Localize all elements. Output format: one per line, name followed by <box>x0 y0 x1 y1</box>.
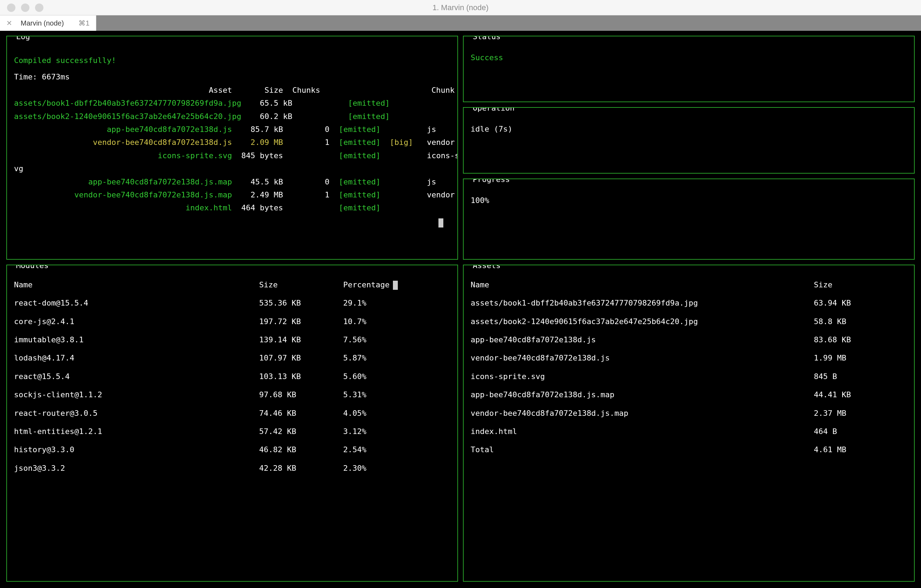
module-pct: 5.60% <box>343 367 450 386</box>
module-size: 57.42 KB <box>259 422 343 441</box>
module-name: lodash@4.17.4 <box>14 349 259 367</box>
status-panel: Status Success <box>463 36 915 102</box>
log-panel-title: Log <box>14 36 32 43</box>
assets-panel: Assets NameSizeassets/book1-dbff2b40ab3f… <box>463 265 915 582</box>
modules-panel: Modules NameSizePercentagereact-dom@15.5… <box>6 265 458 582</box>
cursor-icon <box>438 218 443 227</box>
module-pct: 2.30% <box>343 459 450 478</box>
asset-name: assets/book1-dbff2b40ab3fe63724777079826… <box>471 294 814 312</box>
tab-shortcut: ⌘1 <box>78 19 89 27</box>
cursor-icon <box>393 281 398 290</box>
module-pct: 29.1% <box>343 294 450 312</box>
module-size: 139.14 KB <box>259 331 343 349</box>
asset-name: app-bee740cd8fa7072e138d.js.map <box>471 386 814 404</box>
module-size: 535.36 KB <box>259 294 343 312</box>
module-size: 74.46 KB <box>259 404 343 422</box>
asset-size: 464 B <box>814 422 907 441</box>
asset-name: vendor-bee740cd8fa7072e138d.js.map <box>471 404 814 422</box>
module-size: 97.68 KB <box>259 386 343 404</box>
operation-panel-title: Operation <box>471 107 516 114</box>
modules-col-name: Name <box>14 276 259 294</box>
window-controls <box>0 3 44 12</box>
asset-name: app-bee740cd8fa7072e138d.js <box>471 331 814 349</box>
module-pct: 4.05% <box>343 404 450 422</box>
window-title: 1. Marvin (node) <box>433 3 488 12</box>
modules-col-pct: Percentage <box>343 276 450 294</box>
progress-value: 100% <box>471 195 907 206</box>
asset-size: 4.61 MB <box>814 441 907 459</box>
zoom-window-icon[interactable] <box>35 3 44 12</box>
asset-name: icons-sprite.svg <box>471 367 814 386</box>
tab-bar: ✕ Marvin (node) ⌘1 <box>0 15 921 31</box>
window-titlebar: 1. Marvin (node) <box>0 0 921 15</box>
operation-panel: Operation idle (7s) <box>463 107 915 174</box>
log-panel: Log Compiled successfully! Time: 6673ms … <box>6 36 458 260</box>
asset-size: 2.37 MB <box>814 404 907 422</box>
module-name: sockjs-client@1.1.2 <box>14 386 259 404</box>
asset-size: 44.41 KB <box>814 386 907 404</box>
module-pct: 5.31% <box>343 386 450 404</box>
module-name: html-entities@1.2.1 <box>14 422 259 441</box>
close-window-icon[interactable] <box>7 3 15 12</box>
module-size: 46.82 KB <box>259 441 343 459</box>
asset-name: vendor-bee740cd8fa7072e138d.js <box>471 349 814 367</box>
module-name: json3@3.3.2 <box>14 459 259 478</box>
module-pct: 5.87% <box>343 349 450 367</box>
module-pct: 10.7% <box>343 313 450 331</box>
modules-col-size: Size <box>259 276 343 294</box>
asset-name: Total <box>471 441 814 459</box>
module-size: 42.28 KB <box>259 459 343 478</box>
tab-label: Marvin (node) <box>21 19 64 27</box>
module-size: 103.13 KB <box>259 367 343 386</box>
asset-size: 83.68 KB <box>814 331 907 349</box>
terminal-area[interactable]: Log Compiled successfully! Time: 6673ms … <box>0 31 921 588</box>
asset-size: 845 B <box>814 367 907 386</box>
status-panel-title: Status <box>471 36 503 43</box>
module-pct: 7.56% <box>343 331 450 349</box>
asset-name: assets/book2-1240e90615f6ac37ab2e647e25b… <box>471 313 814 331</box>
assets-col-name: Name <box>471 276 814 294</box>
asset-size: 58.8 KB <box>814 313 907 331</box>
module-size: 107.97 KB <box>259 349 343 367</box>
module-pct: 3.12% <box>343 422 450 441</box>
close-tab-icon[interactable]: ✕ <box>6 19 12 27</box>
progress-panel: Progress 100% <box>463 179 915 260</box>
module-name: react-router@3.0.5 <box>14 404 259 422</box>
module-name: react-dom@15.5.4 <box>14 294 259 312</box>
progress-panel-title: Progress <box>471 179 512 185</box>
module-pct: 2.54% <box>343 441 450 459</box>
module-name: immutable@3.8.1 <box>14 331 259 349</box>
operation-value: idle (7s) <box>471 123 907 135</box>
asset-name: index.html <box>471 422 814 441</box>
module-name: core-js@2.4.1 <box>14 313 259 331</box>
asset-size: 1.99 MB <box>814 349 907 367</box>
modules-panel-title: Modules <box>14 265 51 271</box>
status-value: Success <box>471 52 907 64</box>
log-time-line: Time: 6673ms <box>14 70 450 83</box>
asset-size: 63.94 KB <box>814 294 907 312</box>
log-table: Asset Size Chunks Chunk Names assets/boo… <box>14 84 450 214</box>
log-compiled-line: Compiled successfully! <box>14 54 450 67</box>
module-size: 197.72 KB <box>259 313 343 331</box>
module-name: react@15.5.4 <box>14 367 259 386</box>
assets-col-size: Size <box>814 276 907 294</box>
minimize-window-icon[interactable] <box>21 3 29 12</box>
assets-panel-title: Assets <box>471 265 503 271</box>
tab-active[interactable]: ✕ Marvin (node) ⌘1 <box>0 15 96 31</box>
module-name: history@3.3.0 <box>14 441 259 459</box>
